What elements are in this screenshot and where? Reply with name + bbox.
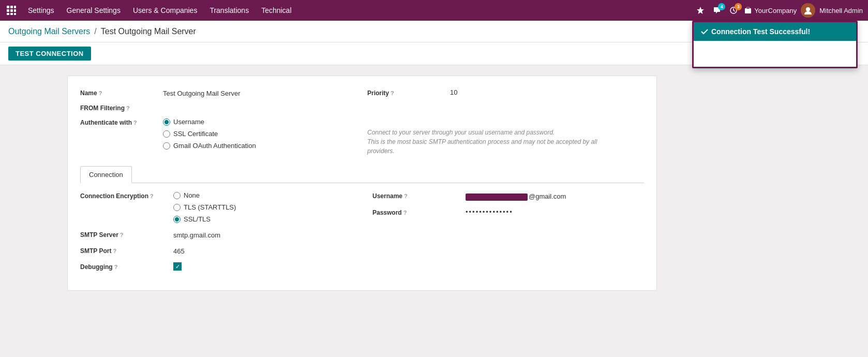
svg-rect-3 [7, 9, 9, 12]
apps-icon[interactable] [5, 4, 18, 17]
company-selector[interactable]: YourCompany [744, 6, 797, 14]
authenticate-label: Authenticate with ? [80, 118, 163, 126]
nav-right: 4 3 YourCompany Mitchell Admin [694, 3, 863, 18]
smtp-port-help-icon[interactable]: ? [113, 248, 116, 254]
encryption-none-option[interactable]: None [173, 191, 236, 199]
encryption-tls-label: TLS (STARTTLS) [184, 203, 236, 211]
nav-technical[interactable]: Technical [256, 6, 296, 14]
username-redacted [466, 194, 528, 201]
auth-gmail-option[interactable]: Gmail OAuth Authentication [163, 142, 256, 150]
smtp-server-help-icon[interactable]: ? [120, 232, 124, 238]
nav-translations[interactable]: Translations [204, 6, 254, 14]
encryption-tls-option[interactable]: TLS (STARTTLS) [173, 203, 236, 211]
smtp-server-row: SMTP Server ? smtp.gmail.com [80, 230, 352, 239]
encryption-tls-radio[interactable] [173, 204, 181, 211]
smtp-server-value: smtp.gmail.com [173, 230, 220, 239]
auth-gmail-label: Gmail OAuth Authentication [173, 142, 256, 150]
name-row: Name ? Test Outgoing Mail Server [80, 88, 357, 97]
svg-rect-12 [746, 7, 750, 9]
priority-value: 10 [450, 88, 457, 96]
encryption-ssltls-radio[interactable] [173, 216, 181, 223]
notification-title: Connection Test Successful! [711, 27, 810, 36]
auth-ssl-label: SSL Certificate [173, 130, 218, 138]
tab-connection[interactable]: Connection [80, 166, 132, 183]
encryption-none-radio[interactable] [173, 192, 181, 199]
name-value: Test Outgoing Mail Server [163, 88, 241, 97]
priority-section: Priority ? 10 Connect to your server thr… [367, 88, 644, 156]
connection-left: Connection Encryption ? None TLS (STARTT… [80, 191, 352, 278]
auth-radio-group: Username SSL Certificate Gmail OAuth Aut… [163, 118, 256, 150]
auth-description: Connect to your server through your usua… [367, 128, 644, 156]
nav-users[interactable]: Users & Companies [128, 6, 203, 14]
password-value: •••••••••••••• [466, 208, 513, 216]
top-navigation: Settings General Settings Users & Compan… [0, 0, 868, 21]
debugging-label: Debugging ? [80, 262, 173, 271]
debugging-row: Debugging ? ✓ [80, 262, 352, 271]
name-help-icon[interactable]: ? [99, 90, 102, 96]
chat-icon-button[interactable]: 4 [711, 4, 723, 17]
connection-form: Connection Encryption ? None TLS (STARTT… [80, 191, 644, 278]
clock-icon-button[interactable]: 3 [727, 4, 740, 17]
username-value: @gmail.com [466, 191, 566, 201]
auth-username-option[interactable]: Username [163, 118, 256, 126]
svg-rect-2 [14, 6, 16, 8]
auth-gmail-radio[interactable] [163, 142, 170, 150]
from-filtering-help-icon[interactable]: ? [126, 105, 130, 111]
nav-settings[interactable]: Settings [23, 6, 59, 14]
password-label: Password ? [372, 208, 466, 216]
notification-popup: Connection Test Successful! [692, 21, 858, 68]
debugging-checkbox[interactable]: ✓ [173, 262, 182, 271]
avatar[interactable] [801, 3, 815, 18]
nav-general[interactable]: General Settings [62, 6, 126, 14]
nav-left: Settings General Settings Users & Compan… [5, 4, 297, 17]
name-label: Name ? [80, 88, 163, 97]
username-suffix: @gmail.com [529, 192, 566, 200]
encryption-help-icon[interactable]: ? [150, 193, 154, 199]
star-icon-button[interactable] [694, 4, 707, 17]
encryption-ssltls-option[interactable]: SSL/TLS [173, 215, 236, 223]
breadcrumb-current: Test Outgoing Mail Server [101, 27, 196, 36]
breadcrumb-parent[interactable]: Outgoing Mail Servers [8, 27, 90, 36]
top-fields: Name ? Test Outgoing Mail Server FROM Fi… [80, 88, 644, 156]
chat-badge: 4 [718, 3, 725, 10]
svg-rect-4 [10, 9, 13, 12]
main-content: Name ? Test Outgoing Mail Server FROM Fi… [0, 65, 724, 301]
auth-desc-line1: Connect to your server through your usua… [367, 128, 605, 137]
encryption-none-label: None [184, 191, 200, 199]
priority-row: Priority ? 10 [367, 88, 644, 97]
test-connection-button[interactable]: TEST CONNECTION [8, 47, 91, 61]
debugging-help-icon[interactable]: ? [114, 264, 118, 270]
breadcrumb-separator: / [94, 27, 96, 36]
password-help-icon[interactable]: ? [403, 210, 407, 216]
clock-badge: 3 [735, 3, 742, 10]
from-filtering-label: FROM Filtering ? [80, 103, 163, 112]
auth-ssl-option[interactable]: SSL Certificate [163, 130, 256, 138]
smtp-port-row: SMTP Port ? 465 [80, 246, 352, 255]
svg-rect-8 [14, 13, 16, 15]
auth-desc-line2: This is the most basic SMTP authenticati… [367, 137, 605, 156]
username-row: Username ? @gmail.com [372, 191, 644, 201]
password-row: Password ? •••••••••••••• [372, 208, 644, 216]
authenticate-row: Authenticate with ? Username SSL Certifi… [80, 118, 357, 150]
form-card: Name ? Test Outgoing Mail Server FROM Fi… [67, 76, 657, 291]
smtp-server-label: SMTP Server ? [80, 230, 173, 239]
svg-rect-0 [7, 6, 9, 8]
username-label: Username ? [372, 191, 466, 200]
authenticate-help-icon[interactable]: ? [133, 120, 137, 126]
priority-help-icon[interactable]: ? [391, 90, 394, 96]
svg-marker-9 [697, 7, 704, 14]
svg-rect-11 [745, 8, 751, 13]
auth-ssl-radio[interactable] [163, 130, 170, 138]
user-name[interactable]: Mitchell Admin [819, 7, 863, 14]
auth-username-radio[interactable] [163, 118, 170, 126]
encryption-row: Connection Encryption ? None TLS (STARTT… [80, 191, 352, 223]
svg-point-13 [806, 7, 810, 11]
username-help-icon[interactable]: ? [404, 193, 408, 199]
svg-rect-6 [7, 13, 9, 15]
tab-bar: Connection [80, 166, 644, 183]
svg-rect-1 [10, 6, 13, 8]
priority-label: Priority ? [367, 88, 450, 97]
from-filtering-row: FROM Filtering ? [80, 103, 357, 112]
notification-header: Connection Test Successful! [694, 22, 856, 41]
encryption-ssltls-label: SSL/TLS [184, 215, 211, 223]
